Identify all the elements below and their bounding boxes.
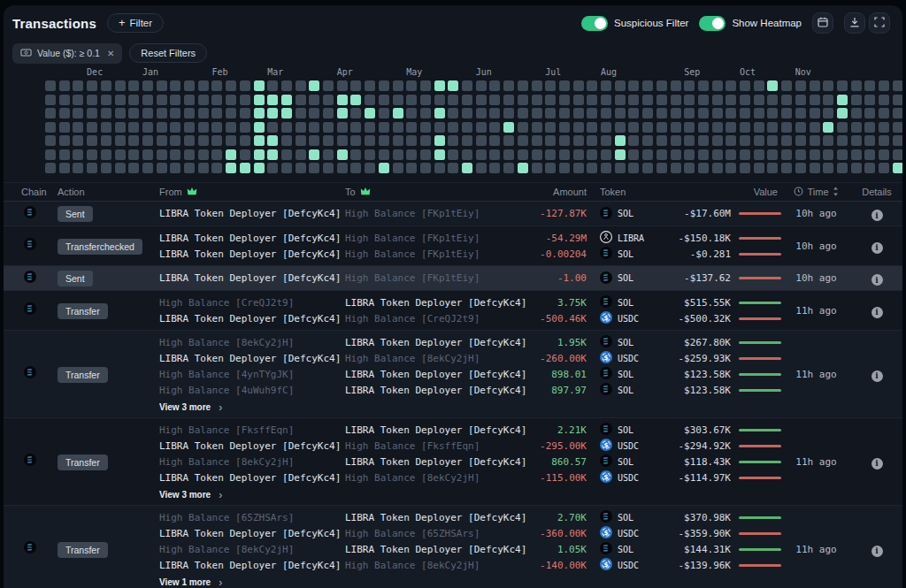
from-address[interactable]: LIBRA Token Deployer [DefcyKc4] (159, 353, 345, 364)
heatmap-cell[interactable] (198, 95, 209, 105)
heatmap-cell[interactable] (795, 108, 806, 118)
heatmap-cell[interactable] (823, 163, 833, 173)
heatmap-cell[interactable] (503, 122, 514, 133)
heatmap-cell[interactable] (184, 95, 195, 105)
heatmap-cell[interactable] (184, 163, 195, 173)
details-info-button[interactable]: i (871, 242, 883, 254)
heatmap-cell[interactable] (656, 95, 667, 105)
heatmap-cell[interactable] (767, 135, 778, 146)
heatmap-cell[interactable] (767, 163, 778, 173)
heatmap-cell[interactable] (170, 95, 180, 105)
heatmap-cell[interactable] (615, 135, 626, 146)
heatmap-cell[interactable] (462, 122, 472, 133)
heatmap-cell[interactable] (184, 80, 195, 91)
heatmap-cell[interactable] (698, 163, 709, 173)
heatmap-cell[interactable] (518, 149, 528, 160)
heatmap-cell[interactable] (254, 149, 265, 160)
heatmap-cell[interactable] (115, 80, 126, 91)
heatmap-cell[interactable] (837, 122, 848, 133)
heatmap-cell[interactable] (545, 95, 556, 105)
heatmap-cell[interactable] (795, 80, 806, 91)
heatmap-cell[interactable] (128, 80, 139, 91)
heatmap-cell[interactable] (420, 122, 431, 133)
from-address[interactable]: LIBRA Token Deployer [DefcyKc4] (159, 248, 345, 260)
heatmap-cell[interactable] (406, 95, 417, 105)
to-address[interactable]: High Balance [FKp1tEiy] (345, 233, 535, 244)
heatmap-cell[interactable] (267, 135, 278, 146)
heatmap-cell[interactable] (754, 135, 764, 146)
heatmap-cell[interactable] (795, 163, 806, 173)
heatmap-cell[interactable] (810, 108, 820, 118)
heatmap-cell[interactable] (101, 163, 111, 173)
heatmap-cell[interactable] (337, 149, 348, 160)
from-address[interactable]: High Balance [4uWuh9fC] (159, 385, 345, 396)
heatmap-cell[interactable] (73, 95, 83, 105)
heatmap-cell[interactable] (545, 135, 556, 146)
heatmap-cell[interactable] (671, 80, 681, 91)
heatmap-cell[interactable] (545, 80, 556, 91)
heatmap-cell[interactable] (184, 135, 195, 146)
to-address[interactable]: High Balance [CreQJ2t9] (345, 313, 535, 325)
heatmap-cell[interactable] (823, 108, 833, 118)
heatmap-cell[interactable] (157, 108, 167, 118)
heatmap-cell[interactable] (476, 163, 487, 173)
heatmap-cell[interactable] (142, 80, 153, 91)
heatmap-cell[interactable] (879, 122, 889, 133)
heatmap-cell[interactable] (615, 108, 626, 118)
heatmap-cell[interactable] (157, 149, 167, 160)
from-address[interactable]: High Balance [FksffEqn] (159, 424, 345, 436)
heatmap-cell[interactable] (59, 135, 70, 146)
heatmap-cell[interactable] (281, 80, 292, 91)
heatmap-cell[interactable] (45, 163, 56, 173)
heatmap-cell[interactable] (296, 163, 306, 173)
heatmap-cell[interactable] (128, 108, 139, 118)
heatmap-cell[interactable] (573, 80, 584, 91)
heatmap-cell[interactable] (379, 80, 389, 91)
heatmap-cell[interactable] (851, 163, 862, 173)
heatmap-cell[interactable] (628, 135, 639, 146)
from-address[interactable]: High Balance [CreQJ2t9] (159, 297, 345, 309)
heatmap-cell[interactable] (518, 95, 528, 105)
heatmap-cell[interactable] (712, 149, 723, 160)
heatmap-cell[interactable] (420, 80, 431, 91)
heatmap-cell[interactable] (365, 135, 375, 146)
heatmap-cell[interactable] (420, 108, 431, 118)
heatmap-cell[interactable] (198, 122, 209, 133)
heatmap-cell[interactable] (142, 149, 153, 160)
heatmap-cell[interactable] (393, 149, 403, 160)
heatmap-cell[interactable] (87, 80, 97, 91)
heatmap-cell[interactable] (754, 163, 764, 173)
heatmap-cell[interactable] (532, 135, 542, 146)
heatmap-cell[interactable] (87, 108, 97, 118)
heatmap-cell[interactable] (323, 108, 334, 118)
heatmap-cell[interactable] (671, 135, 681, 146)
heatmap-cell[interactable] (712, 95, 723, 105)
heatmap-cell[interactable] (823, 149, 833, 160)
transaction-group[interactable]: TransferHigh Balance [8ekCy2jH]LIBRA Tok… (4, 331, 902, 418)
heatmap-cell[interactable] (823, 95, 833, 105)
heatmap-cell[interactable] (684, 163, 695, 173)
details-info-button[interactable]: i (871, 274, 883, 286)
heatmap-cell[interactable] (851, 80, 862, 91)
heatmap-cell[interactable] (518, 122, 528, 133)
heatmap-cell[interactable] (754, 122, 764, 133)
heatmap-cell[interactable] (170, 80, 180, 91)
heatmap-cell[interactable] (101, 95, 111, 105)
heatmap-cell[interactable] (448, 95, 458, 105)
heatmap-cell[interactable] (684, 80, 695, 91)
heatmap-cell[interactable] (406, 108, 417, 118)
heatmap-cell[interactable] (823, 122, 833, 133)
heatmap-cell[interactable] (211, 122, 222, 133)
heatmap-cell[interactable] (240, 135, 250, 146)
heatmap-cell[interactable] (726, 149, 736, 160)
heatmap-cell[interactable] (726, 80, 736, 91)
heatmap-cell[interactable] (587, 135, 597, 146)
heatmap-cell[interactable] (893, 95, 902, 105)
heatmap-cell[interactable] (698, 95, 709, 105)
heatmap-cell[interactable] (45, 122, 56, 133)
details-info-button[interactable]: i (871, 307, 883, 318)
heatmap-cell[interactable] (740, 95, 750, 105)
heatmap-cell[interactable] (587, 95, 597, 105)
heatmap-cell[interactable] (740, 80, 750, 91)
heatmap-cell[interactable] (893, 149, 902, 160)
